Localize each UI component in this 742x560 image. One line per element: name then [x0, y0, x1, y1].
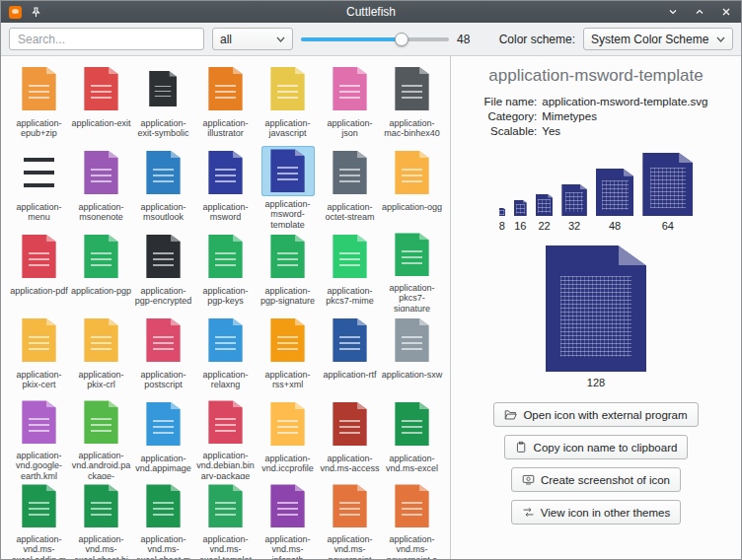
- icon-name-label: application-vnd.android.package-: [71, 451, 132, 479]
- icon-grid-cell[interactable]: application-pdf: [8, 228, 70, 312]
- icon-grid-cell[interactable]: application-msword: [194, 144, 257, 228]
- screenshot-button[interactable]: Create screenshot of icon: [511, 467, 681, 492]
- icon-name-label: application-sxw: [382, 370, 443, 380]
- icon-grid-cell[interactable]: application-exit: [70, 60, 132, 144]
- icon-name-label: application-exit: [71, 118, 132, 128]
- icon-grid: application-epub+zip application-exit ap…: [1, 56, 450, 559]
- minimize-button[interactable]: [666, 5, 680, 19]
- mimetype-icon: [22, 67, 55, 110]
- mimetype-icon: [395, 151, 428, 194]
- icon-grid-cell[interactable]: application-javascript: [257, 60, 319, 144]
- icon-grid-cell[interactable]: application-msoutlook: [132, 144, 194, 228]
- slider-handle[interactable]: [395, 33, 408, 46]
- category-dropdown[interactable]: all: [212, 28, 293, 50]
- icon-grid-cell[interactable]: application-ogg: [381, 144, 443, 228]
- icon-grid-cell[interactable]: application-vnd.ms-access: [319, 395, 381, 479]
- icon-grid-cell[interactable]: application-pgp: [70, 228, 132, 312]
- mimetype-icon: [84, 400, 117, 444]
- icon-grid-cell[interactable]: application-msonenote: [70, 144, 132, 228]
- icon-grid-cell[interactable]: application-sxw: [381, 312, 443, 395]
- icon-grid-cell[interactable]: application-epub+zip: [8, 60, 70, 144]
- mimetype-icon: [208, 235, 242, 278]
- icon-name-label: application-vnd.ms-access: [320, 454, 381, 474]
- icon-grid-cell[interactable]: application-mac-binhex40: [381, 60, 443, 144]
- icon-grid-cell[interactable]: application-rss+xml: [257, 312, 319, 395]
- icon-preview-box: [137, 62, 190, 115]
- icon-grid-cell[interactable]: application-octet-stream: [319, 144, 381, 228]
- icon-grid-cell[interactable]: application-pgp-signature: [257, 228, 319, 312]
- copy-name-button[interactable]: Copy icon name to clipboard: [504, 435, 689, 459]
- icon-grid-cell[interactable]: application-rtf: [319, 312, 381, 395]
- icon-grid-cell[interactable]: application-vnd.google-earth.kml: [8, 395, 70, 479]
- icon-grid-cell[interactable]: application-relaxng: [194, 312, 257, 395]
- icon-grid-cell[interactable]: application-pkcs7-mime: [319, 228, 381, 312]
- icon-grid-cell[interactable]: application-vnd.ms-excel: [381, 395, 443, 479]
- icon-grid-cell[interactable]: application-vnd.ms-infopath: [257, 479, 319, 559]
- maximize-button[interactable]: [693, 5, 706, 19]
- color-scheme-dropdown[interactable]: System Color Scheme: [583, 28, 733, 50]
- icon-grid-cell[interactable]: application-vnd.ms-excel.addin.m: [8, 479, 70, 559]
- icon-preview-box: [386, 146, 439, 199]
- icon-grid-cell[interactable]: application-pgp-encrypted: [132, 228, 194, 312]
- mimetype-icon: [208, 484, 242, 527]
- pin-icon[interactable]: [29, 5, 42, 19]
- icon-name-label: application-pgp-keys: [195, 286, 257, 307]
- icon-name-label: application-msonenote: [71, 202, 132, 223]
- icon-preview-box: [13, 397, 66, 448]
- icon-grid-cell[interactable]: application-pkix-crl: [70, 312, 132, 395]
- icon-name-label: application-vnd.google-earth.kml: [9, 451, 70, 479]
- icon-name-label: application-mac-binhex40: [382, 118, 443, 139]
- icon-grid-cell[interactable]: application-pgp-keys: [194, 228, 257, 312]
- view-other-themes-button[interactable]: View icon in other themes: [511, 500, 681, 525]
- size-value-label: 64: [662, 220, 674, 232]
- action-buttons: Open icon with external program Copy ico…: [493, 402, 698, 525]
- icon-size-preview: [536, 194, 554, 216]
- icon-grid-cell[interactable]: application-vnd.ms-powerpoint.a: [381, 479, 443, 559]
- icon-preview-box: [137, 397, 190, 451]
- icon-preview-box: [13, 314, 66, 367]
- icon-grid-cell[interactable]: application-vnd.ms-excel.sheet.bi: [70, 479, 132, 559]
- icon-name-label: application-epub+zip: [9, 118, 70, 139]
- icon-grid-cell[interactable]: application-illustrator: [194, 60, 257, 144]
- mimetype-icon: [270, 318, 304, 362]
- icon-size-slider[interactable]: [301, 31, 449, 48]
- mimetype-icon: [149, 71, 177, 106]
- icon-grid-cell[interactable]: application-pkix-cert: [8, 312, 70, 395]
- open-external-button[interactable]: Open icon with external program: [493, 402, 698, 427]
- icon-grid-cell[interactable]: application-msword-template: [257, 144, 319, 228]
- icon-preview-box: [386, 481, 439, 531]
- icon-preview-box: [324, 230, 377, 283]
- search-input[interactable]: [9, 28, 204, 50]
- icon-grid-cell[interactable]: application-vnd.iccprofile: [257, 395, 319, 479]
- icon-preview-box: [75, 397, 128, 448]
- mimetype-icon: [333, 402, 366, 446]
- mimetype-icon: [84, 67, 117, 110]
- icon-size-preview: [642, 153, 693, 216]
- main-content: application-epub+zip application-exit ap…: [1, 55, 741, 559]
- mimetype-icon: [22, 235, 55, 278]
- mimetype-icon: [270, 149, 304, 192]
- icon-grid-cell[interactable]: application-vnd.ms-excel.templat: [194, 479, 257, 559]
- app-icon: [9, 6, 22, 19]
- icon-grid-cell[interactable]: application-postscript: [132, 312, 194, 395]
- icon-grid-cell[interactable]: application-vnd.android.package-: [70, 395, 132, 479]
- icon-grid-cell[interactable]: application-menu: [8, 144, 70, 228]
- screenshot-icon: [522, 473, 535, 486]
- icon-name-label: application-octet-stream: [320, 202, 381, 223]
- icon-grid-cell[interactable]: application-vnd.appimage: [132, 395, 194, 479]
- icon-name-label: application-vnd.ms-excel.sheet.m: [133, 534, 194, 559]
- size-preview-item: 48: [596, 169, 633, 232]
- icon-grid-cell[interactable]: application-exit-symbolic: [132, 60, 194, 144]
- mimetype-icon: [208, 151, 242, 194]
- mimetype-icon: [84, 318, 117, 362]
- close-button[interactable]: [719, 5, 733, 19]
- large-preview: 128: [546, 245, 646, 388]
- icon-name-label: application-pgp-encrypted: [133, 286, 194, 307]
- icon-preview-box: [324, 397, 377, 451]
- icon-grid-cell[interactable]: application-json: [319, 60, 381, 144]
- icon-grid-cell[interactable]: application-vnd.ms-powerpoint: [319, 479, 381, 559]
- icon-preview-box: [137, 146, 190, 199]
- icon-grid-cell[interactable]: application-vnd.debian.binary-package: [194, 395, 257, 479]
- icon-grid-cell[interactable]: application-vnd.ms-excel.sheet.m: [132, 479, 194, 559]
- icon-grid-cell[interactable]: application-pkcs7-signature: [381, 228, 443, 312]
